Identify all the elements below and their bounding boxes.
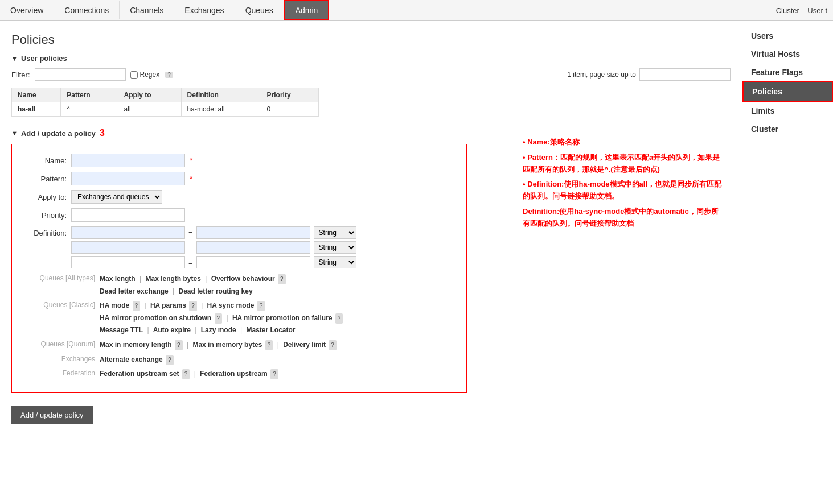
name-row: Name: cict * — [21, 154, 457, 167]
link-ha-sync-mode[interactable]: HA sync mode — [207, 301, 255, 309]
sidebar-policies[interactable]: Policies — [742, 81, 833, 102]
link-ha-mirror-failure[interactable]: HA mirror promotion on failure — [232, 314, 333, 322]
ha-mode-help[interactable]: ? — [133, 301, 141, 311]
definition-rows: ha-mode = all String Number Boolean List — [71, 226, 356, 268]
policies-table: Name Pattern Apply to Definition Priorit… — [11, 88, 319, 117]
link-federation-upstream[interactable]: Federation upstream — [200, 370, 268, 378]
regex-label: Regex — [130, 71, 160, 79]
link-ha-mirror-shutdown[interactable]: HA mirror promotion on shutdown — [100, 314, 211, 322]
cat-label-classic: Queues [Classic] — [21, 300, 95, 309]
table-header-row: Name Pattern Apply to Definition Priorit… — [12, 88, 319, 102]
def-val-2[interactable]: automatic — [196, 241, 310, 254]
link-message-ttl[interactable]: Message TTL — [100, 326, 143, 334]
max-mem-length-help[interactable]: ? — [175, 340, 183, 350]
nav-exchanges[interactable]: Exchanges — [174, 1, 235, 19]
apply-to-select[interactable]: Exchanges and queues Exchanges Queues — [71, 190, 162, 204]
collapse-arrow[interactable]: ▼ — [11, 55, 18, 62]
link-dead-letter-routing-key[interactable]: Dead letter routing key — [179, 287, 253, 295]
link-auto-expire[interactable]: Auto expire — [153, 326, 191, 334]
sidebar-limits[interactable]: Limits — [742, 102, 833, 120]
ha-sync-help[interactable]: ? — [257, 301, 265, 311]
filter-input[interactable] — [35, 68, 126, 81]
cat-label-all-types: Queues [All types] — [21, 273, 95, 282]
def-key-2[interactable]: ha-sync-mode — [71, 241, 185, 254]
def-type-2[interactable]: String Number Boolean List — [314, 241, 356, 254]
col-apply-to: Apply to — [118, 88, 181, 102]
def-val-1[interactable]: all — [196, 226, 310, 239]
definition-links: Queues [All types] Max length | Max leng… — [21, 273, 457, 381]
fed-upstream-set-help[interactable]: ? — [182, 369, 190, 379]
link-max-length-bytes[interactable]: Max length bytes — [145, 275, 200, 283]
nav-overview[interactable]: Overview — [0, 1, 54, 19]
filter-help[interactable]: ? — [165, 72, 173, 78]
nav-channels[interactable]: Channels — [120, 1, 174, 19]
fed-upstream-help[interactable]: ? — [270, 369, 278, 379]
add-update-policy-button[interactable]: Add / update policy — [11, 406, 93, 424]
link-max-length[interactable]: Max length — [100, 275, 136, 283]
alt-exchange-help[interactable]: ? — [166, 355, 174, 365]
link-overflow-behaviour[interactable]: Overflow behaviour — [211, 275, 275, 283]
overflow-help[interactable]: ? — [278, 274, 286, 284]
def-row-1: ha-mode = all String Number Boolean List — [71, 226, 356, 239]
sidebar-feature-flags[interactable]: Feature Flags — [742, 63, 833, 81]
ha-failure-help[interactable]: ? — [335, 313, 343, 324]
def-row-2: ha-sync-mode = automatic String Number B… — [71, 241, 356, 254]
link-master-locator[interactable]: Master Locator — [247, 326, 296, 334]
pattern-input[interactable]: ^. — [71, 172, 185, 185]
regex-checkbox[interactable] — [130, 71, 138, 79]
priority-row: Priority: — [21, 208, 457, 222]
add-policy-left: ▼ Add / update a policy 3 Name: cict * P… — [11, 128, 503, 424]
nav-queues[interactable]: Queues — [235, 1, 284, 19]
def-type-1[interactable]: String Number Boolean List — [314, 226, 356, 239]
link-ha-mode[interactable]: HA mode — [100, 301, 129, 309]
nav-connections[interactable]: Connections — [54, 1, 120, 19]
delivery-limit-help[interactable]: ? — [329, 340, 337, 350]
max-mem-bytes-help[interactable]: ? — [265, 340, 273, 350]
apply-to-label: Apply to: — [21, 193, 67, 201]
col-priority: Priority — [261, 88, 318, 102]
link-alternate-exchange[interactable]: Alternate exchange — [100, 356, 163, 363]
ha-params-help[interactable]: ? — [189, 301, 197, 311]
def-key-1[interactable]: ha-mode — [71, 226, 185, 239]
name-label: Name: — [21, 156, 67, 165]
ha-shutdown-help[interactable]: ? — [215, 313, 223, 324]
pattern-row: Pattern: ^. * — [21, 172, 457, 185]
link-lazy-mode[interactable]: Lazy mode — [201, 326, 236, 334]
priority-input[interactable] — [71, 208, 185, 222]
link-max-in-memory-bytes[interactable]: Max in memory bytes — [192, 341, 262, 349]
link-max-in-memory-length[interactable]: Max in memory length — [100, 341, 172, 349]
num-label-3: 3 — [100, 128, 105, 138]
def-type-3[interactable]: String Number Boolean List — [314, 256, 356, 268]
definition-label: Definition: — [21, 226, 67, 237]
def-key-3[interactable] — [71, 256, 185, 268]
cat-label-exchanges: Exchanges — [21, 354, 95, 363]
cat-links-federation: Federation upstream set ? | Federation u… — [100, 368, 278, 381]
cat-links-all-types: Max length | Max length bytes | Overflow… — [100, 273, 286, 298]
page-title: Policies — [11, 32, 731, 47]
link-ha-params[interactable]: HA params — [150, 301, 186, 309]
page-size-info: 1 item, page size up to 100 — [567, 68, 731, 81]
row-pattern: ^ — [61, 102, 118, 117]
def-eq-2: = — [188, 243, 193, 252]
def-val-3[interactable] — [196, 256, 310, 268]
row-name: ha-all — [12, 102, 61, 117]
page-size-input[interactable]: 100 — [639, 68, 731, 81]
nav-admin[interactable]: Admin — [284, 0, 330, 20]
col-name: Name — [12, 88, 61, 102]
name-input[interactable]: cict — [71, 154, 185, 167]
link-federation-upstream-set[interactable]: Federation upstream set — [100, 370, 179, 378]
col-definition: Definition — [181, 88, 261, 102]
right-sidebar: Users Virtual Hosts Feature Flags Polici… — [742, 21, 833, 504]
page-layout: Policies ▼ User policies Filter: Regex ?… — [0, 21, 833, 504]
sidebar-virtual-hosts[interactable]: Virtual Hosts — [742, 45, 833, 63]
add-policy-header: ▼ Add / update a policy 3 — [11, 128, 503, 138]
sidebar-users[interactable]: Users — [742, 27, 833, 45]
link-delivery-limit[interactable]: Delivery limit — [283, 341, 326, 349]
sidebar-cluster[interactable]: Cluster — [742, 120, 833, 138]
cat-links-quorum: Max in memory length ? | Max in memory b… — [100, 339, 337, 352]
row-definition: ha-mode: all — [181, 102, 261, 117]
cluster-user-info: Cluster User t — [776, 6, 833, 15]
name-required: * — [190, 156, 192, 165]
link-dead-letter-exchange[interactable]: Dead letter exchange — [100, 287, 169, 295]
collapse-arrow-2[interactable]: ▼ — [11, 130, 18, 137]
